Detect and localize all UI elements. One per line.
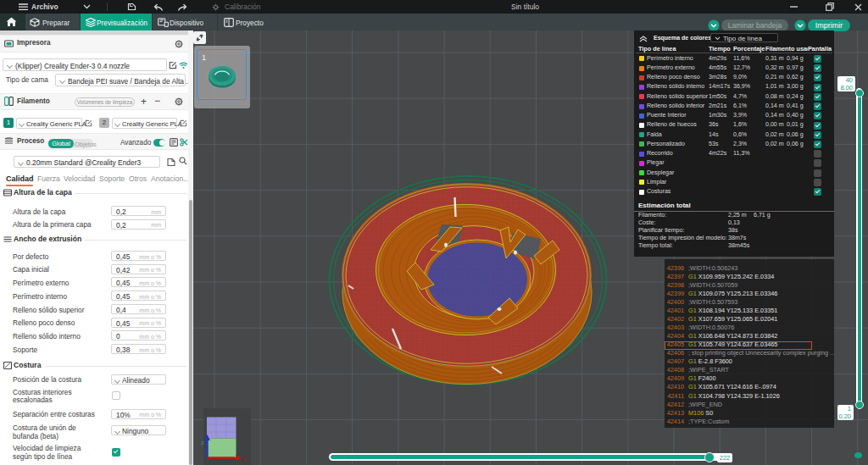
svg-text:z: z <box>201 439 204 446</box>
svg-text:x: x <box>242 456 246 463</box>
